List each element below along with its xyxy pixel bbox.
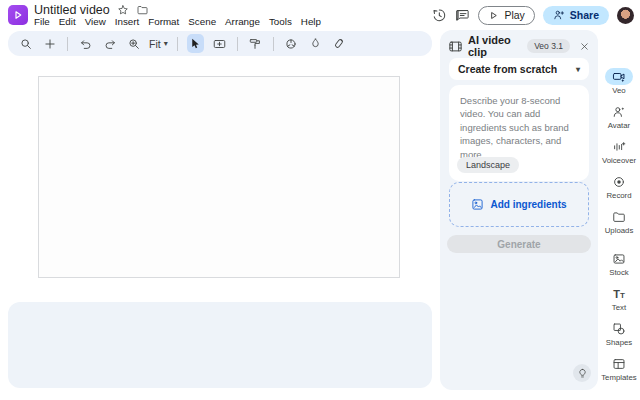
droplet-icon — [309, 37, 322, 50]
video-canvas[interactable] — [38, 76, 400, 278]
rail-icon-holder — [605, 138, 633, 155]
google-vids-app: Untitled video File Edit View Insert For… — [0, 0, 640, 400]
menu-help[interactable]: Help — [301, 16, 321, 27]
veo-selected-pill — [605, 68, 633, 85]
format-paint-button[interactable] — [247, 34, 264, 53]
search-tools-button[interactable] — [17, 34, 34, 53]
fit-zoom-select[interactable]: Fit ▾ — [149, 38, 168, 50]
sidebar-item-label: Record — [606, 191, 631, 200]
veo-icon — [612, 70, 626, 84]
voiceover-icon — [612, 140, 626, 154]
creation-mode-select[interactable]: Create from scratch ▾ — [449, 58, 589, 80]
sidebar-item-label: Shapes — [606, 338, 632, 347]
sidebar-rail: Veo Avatar Voiceover — [598, 30, 640, 390]
tips-button[interactable] — [573, 364, 591, 382]
menu-format[interactable]: Format — [148, 16, 179, 27]
rail-icon-holder — [605, 250, 633, 267]
theme-colors-button[interactable] — [283, 34, 300, 53]
sidebar-item-label: Text — [612, 303, 626, 312]
add-image-icon — [471, 198, 484, 211]
text-icon: TT — [613, 288, 625, 300]
app-logo[interactable] — [8, 5, 28, 25]
sidebar-item-text[interactable]: TT Text — [605, 285, 633, 312]
remove-background-button[interactable] — [331, 34, 348, 53]
text-box-icon — [212, 37, 227, 51]
sidebar-item-templates[interactable]: Templates — [601, 355, 637, 382]
text-box-button[interactable] — [211, 34, 228, 53]
chevron-down-icon: ▾ — [164, 39, 168, 48]
close-icon — [579, 41, 590, 52]
rail-icon-holder: TT — [605, 285, 633, 302]
sidebar-item-label: Avatar — [608, 121, 630, 130]
undo-button[interactable] — [77, 34, 94, 53]
creation-mode-value: Create from scratch — [458, 63, 557, 75]
toolbar-divider — [177, 37, 178, 51]
insert-button[interactable] — [41, 34, 58, 53]
rail-icon-holder — [605, 208, 633, 225]
eraser-icon — [332, 37, 346, 51]
add-ingredients-button[interactable]: Add ingredients — [449, 182, 589, 227]
record-icon — [612, 175, 626, 189]
cursor-icon — [189, 37, 202, 50]
menu-view[interactable]: View — [85, 16, 106, 27]
paint-roller-icon — [248, 37, 262, 51]
panel-title: AI video clip — [468, 34, 522, 58]
sidebar-item-label: Voiceover — [602, 156, 636, 165]
close-panel-button[interactable] — [579, 41, 590, 52]
zoom-in-button[interactable] — [125, 34, 142, 53]
top-actions: Play Share — [431, 4, 634, 26]
zoom-in-icon — [127, 37, 141, 51]
star-icon[interactable] — [117, 4, 129, 16]
move-folder-icon[interactable] — [136, 4, 149, 16]
rail-icon-holder — [605, 355, 633, 372]
rail-icon-holder — [605, 320, 633, 337]
ink-fill-button[interactable] — [307, 34, 324, 53]
sidebar-item-label: Veo — [612, 86, 625, 95]
select-tool-button[interactable] — [187, 34, 204, 53]
toolbar: Fit ▾ — [8, 31, 432, 56]
shapes-icon — [612, 322, 626, 336]
redo-button[interactable] — [101, 34, 118, 53]
add-ingredients-label: Add ingredients — [490, 199, 566, 210]
play-button-label: Play — [504, 9, 524, 21]
plus-icon — [43, 37, 57, 51]
sidebar-item-avatar[interactable]: Avatar — [605, 103, 633, 130]
ai-video-clip-panel: AI video clip Veo 3.1 Create from scratc… — [440, 30, 598, 390]
menu-tools[interactable]: Tools — [269, 16, 292, 27]
lightbulb-icon — [577, 368, 588, 379]
sidebar-item-uploads[interactable]: Uploads — [605, 208, 634, 235]
sidebar-item-record[interactable]: Record — [605, 173, 633, 200]
toolbar-divider — [237, 37, 238, 51]
menu-insert[interactable]: Insert — [115, 16, 140, 27]
document-title[interactable]: Untitled video — [34, 3, 110, 17]
sidebar-item-label: Templates — [601, 373, 637, 382]
aspect-ratio-chip[interactable]: Landscape — [457, 157, 519, 173]
menu-arrange[interactable]: Arrange — [225, 16, 260, 27]
stock-icon — [612, 252, 626, 266]
templates-icon — [612, 357, 626, 371]
play-preview-button[interactable]: Play — [478, 6, 534, 25]
undo-icon — [79, 37, 93, 51]
share-button-label: Share — [570, 9, 599, 21]
sidebar-item-voiceover[interactable]: Voiceover — [602, 138, 636, 165]
rail-icon-holder — [605, 103, 633, 120]
timeline-panel: 00:04.5 / 06:50.2 100% — [8, 302, 432, 388]
share-button[interactable]: Share — [543, 6, 609, 25]
generate-button[interactable]: Generate — [447, 235, 591, 253]
title-row: Untitled video — [34, 3, 149, 17]
color-wheel-icon — [284, 37, 298, 51]
avatar-icon — [612, 105, 626, 119]
menu-edit[interactable]: Edit — [59, 16, 76, 27]
comments-icon[interactable] — [455, 8, 470, 23]
sidebar-item-veo[interactable]: Veo — [605, 68, 633, 95]
version-history-icon[interactable] — [431, 7, 447, 23]
play-icon — [488, 10, 499, 21]
uploads-icon — [612, 210, 626, 224]
prompt-input[interactable]: Describe your 8-second video. You can ad… — [449, 85, 589, 181]
sidebar-item-label: Uploads — [605, 226, 634, 235]
menu-scene[interactable]: Scene — [188, 16, 216, 27]
sidebar-item-shapes[interactable]: Shapes — [605, 320, 633, 347]
menu-file[interactable]: File — [34, 16, 50, 27]
sidebar-item-stock[interactable]: Stock — [605, 250, 633, 277]
account-avatar[interactable] — [617, 7, 634, 24]
